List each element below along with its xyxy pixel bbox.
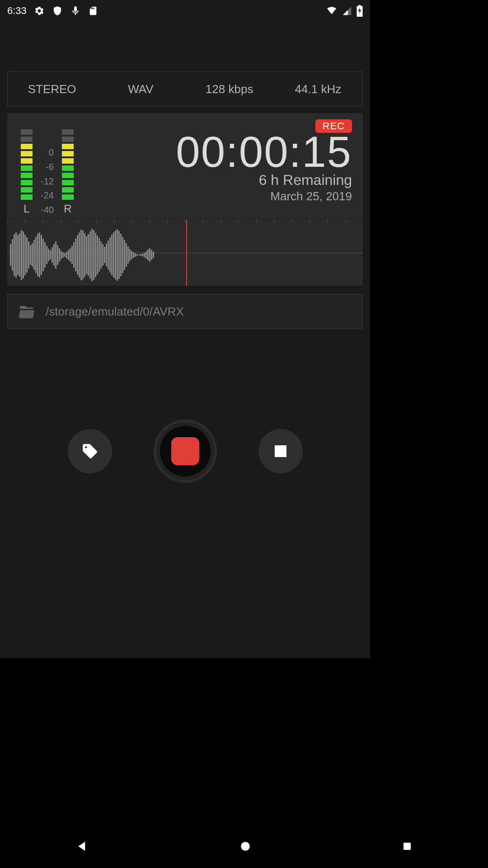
waveform-panel[interactable] — [7, 219, 363, 286]
folder-open-icon — [17, 303, 37, 320]
format-settings-row[interactable]: STEREO WAV 128 kbps 44.1 kHz — [7, 71, 363, 107]
timer-area: REC 00:00:15 6 h Remaining March 25, 201… — [116, 113, 363, 219]
stop-button[interactable] — [258, 429, 303, 473]
right-label: R — [64, 203, 71, 215]
tag-icon — [81, 443, 99, 460]
wifi-icon — [326, 6, 338, 15]
record-inner — [160, 426, 211, 476]
transport-controls — [0, 420, 370, 483]
remaining-label: 6 h Remaining — [259, 172, 352, 189]
shield-icon — [52, 5, 63, 16]
elapsed-timer: 00:00:15 — [176, 130, 352, 174]
tag-button[interactable] — [68, 429, 112, 473]
format-channels[interactable]: STEREO — [8, 82, 96, 96]
sd-card-icon — [88, 5, 98, 16]
record-pause-button[interactable] — [154, 420, 217, 483]
signal-icon — [342, 6, 352, 16]
storage-path: /storage/emulated/0/AVRX — [46, 305, 184, 319]
top-spacer — [0, 22, 370, 71]
format-bitrate[interactable]: 128 kbps — [185, 82, 274, 96]
recording-date: March 25, 2019 — [270, 189, 352, 203]
status-bar: 6:33 — [0, 0, 370, 22]
record-active-icon — [171, 437, 199, 465]
format-container[interactable]: WAV — [96, 82, 185, 96]
status-left: 6:33 — [7, 5, 98, 17]
left-label: L — [23, 203, 29, 215]
format-samplerate[interactable]: 44.1 kHz — [274, 82, 362, 96]
playhead — [186, 219, 187, 286]
level-meters: L 0-6-12-24-40 R — [7, 113, 116, 219]
waveform — [7, 224, 186, 286]
stop-icon — [275, 445, 286, 457]
battery-charging-icon — [357, 5, 363, 17]
left-channel: L — [21, 129, 33, 215]
gear-icon — [34, 5, 45, 16]
status-right — [326, 5, 363, 17]
right-channel: R — [62, 129, 74, 215]
mic-icon — [70, 5, 81, 16]
time-ticks — [7, 219, 363, 224]
status-time: 6:33 — [7, 5, 27, 17]
storage-path-row[interactable]: /storage/emulated/0/AVRX — [7, 294, 363, 329]
db-scale: 0-6-12-24-40 — [41, 147, 54, 215]
meter-timer-card: L 0-6-12-24-40 R REC 00:00:15 6 h Remain… — [7, 113, 363, 219]
